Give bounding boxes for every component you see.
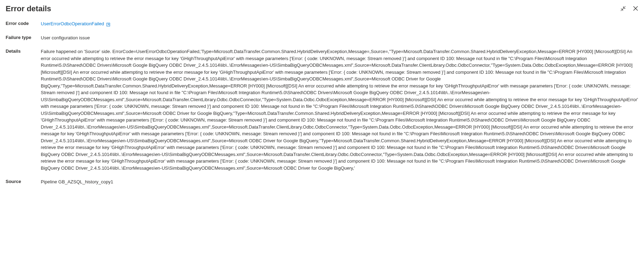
close-icon[interactable] xyxy=(633,6,638,11)
error-code-label: Error code xyxy=(6,20,41,26)
details-label: Details xyxy=(6,48,41,54)
collapse-icon[interactable] xyxy=(620,6,626,11)
details-value: Failure happened on 'Source' side. Error… xyxy=(41,48,638,171)
source-value: Pipeline GB_AZSQL_history_copy1 xyxy=(41,178,638,185)
error-code-value: UserErrorOdbcOperationFailed xyxy=(41,20,104,27)
source-label: Source xyxy=(6,178,41,184)
error-code-link[interactable]: UserErrorOdbcOperationFailed xyxy=(41,20,110,27)
failure-type-label: Failure type xyxy=(6,34,41,40)
failure-type-value: User configuration issue xyxy=(41,34,638,41)
external-link-icon xyxy=(106,22,110,26)
panel-title: Error details xyxy=(6,4,51,13)
